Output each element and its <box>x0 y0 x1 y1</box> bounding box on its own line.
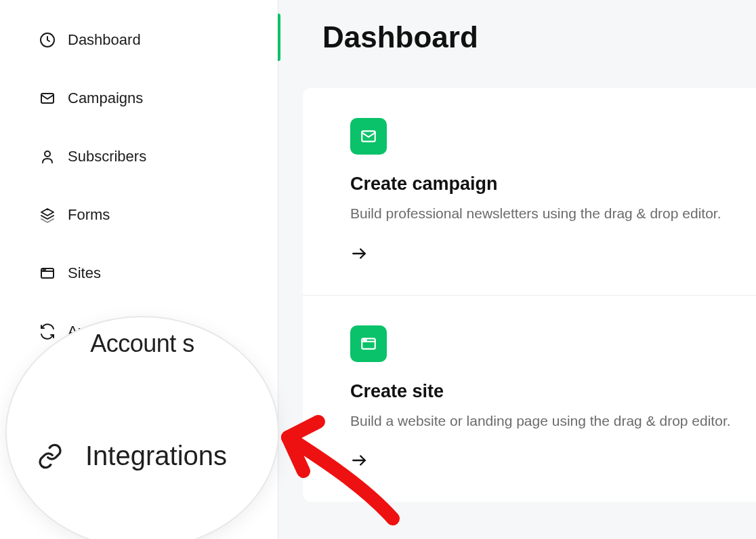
magnifier-annotation: Account s Integrations <box>7 317 278 539</box>
mail-icon <box>39 90 56 106</box>
sidebar-item-forms[interactable]: Forms <box>39 199 278 231</box>
sidebar-item-sites[interactable]: Sites <box>39 258 278 289</box>
active-tab-indicator <box>278 14 280 61</box>
link-icon <box>35 441 65 471</box>
card-create-campaign[interactable]: Create campaign Build professional newsl… <box>303 88 756 296</box>
sidebar-item-subscribers[interactable]: Subscribers <box>39 141 278 172</box>
sidebar-item-label: Campaigns <box>68 89 143 107</box>
main-content: Dashboard Create campaign Build professi… <box>278 0 756 539</box>
clock-icon <box>39 32 56 48</box>
svg-point-8 <box>364 339 364 340</box>
layers-icon <box>39 207 56 223</box>
arrow-right-icon <box>350 245 368 262</box>
browser-icon <box>350 325 387 362</box>
svg-point-4 <box>43 270 44 271</box>
browser-icon <box>39 265 56 281</box>
sidebar-item-label: Sites <box>68 264 101 282</box>
card-description: Build a website or landing page using th… <box>350 410 732 432</box>
card-title: Create site <box>350 381 732 402</box>
quick-action-cards: Create campaign Build professional newsl… <box>303 88 756 502</box>
sidebar-item-label: Subscribers <box>68 148 146 165</box>
magnified-integrations-label: Integrations <box>85 441 227 471</box>
card-title: Create campaign <box>350 174 732 195</box>
sidebar: Dashboard Campaigns Subscribers Forms Si… <box>0 0 278 539</box>
user-icon <box>39 148 56 165</box>
card-create-site[interactable]: Create site Build a website or landing p… <box>303 296 756 502</box>
svg-point-5 <box>45 270 45 271</box>
svg-point-2 <box>45 151 50 157</box>
arrow-right-icon <box>350 452 368 469</box>
sidebar-item-integrations[interactable]: Integrations <box>35 441 227 471</box>
sidebar-item-campaigns[interactable]: Campaigns <box>39 83 278 114</box>
card-description: Build professional newsletters using the… <box>350 203 732 224</box>
svg-point-9 <box>366 339 366 340</box>
sidebar-item-dashboard[interactable]: Dashboard <box>39 24 278 56</box>
page-title: Dashboard <box>322 20 756 54</box>
sidebar-item-label: Forms <box>68 206 110 224</box>
mail-icon <box>350 118 387 155</box>
refresh-icon <box>39 323 56 340</box>
sidebar-item-label: Dashboard <box>68 31 141 49</box>
magnified-account-label: Account s <box>90 330 194 358</box>
